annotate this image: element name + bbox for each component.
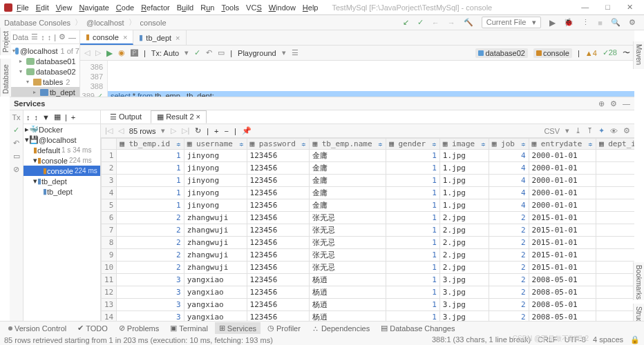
- menu-help[interactable]: Help: [303, 3, 319, 12]
- table-row[interactable]: 133yangxiao123456杨逍13.jpg22008-05-012202…: [102, 299, 635, 311]
- svc-tbdept-sub[interactable]: ▮ tb_dept: [23, 186, 100, 197]
- ide-settings-icon[interactable]: ⚙: [629, 18, 636, 27]
- menu-file[interactable]: FFileile: [17, 3, 29, 12]
- tree-tb-dept[interactable]: ▸tb_dept: [10, 87, 79, 97]
- view-icon[interactable]: ✦: [598, 126, 605, 135]
- minimize-icon[interactable]: —: [581, 3, 589, 12]
- table-row[interactable]: 62zhangwuji123456张无忌12.jpg22015-01-01220…: [102, 212, 635, 224]
- table-row[interactable]: 123yangxiao123456杨逍13.jpg22008-05-012202…: [102, 286, 635, 299]
- hide-icon[interactable]: —: [68, 33, 76, 41]
- forward-icon[interactable]: →: [448, 19, 455, 27]
- tx-icon[interactable]: Tx: [12, 113, 20, 121]
- tree-tables[interactable]: ▾tables2: [10, 77, 79, 87]
- expand-icon[interactable]: ↕: [26, 113, 30, 121]
- last-icon[interactable]: ▷|: [182, 126, 189, 135]
- import-icon[interactable]: ⤒: [587, 126, 593, 135]
- export-icon[interactable]: ⤓: [575, 126, 581, 135]
- bottom-dependencies[interactable]: ⛬ Dependencies: [307, 323, 374, 334]
- table-row[interactable]: 11jinyong123456金庸11.jpg42000-01-0122024-…: [102, 150, 635, 162]
- breadcrumb-a[interactable]: Database Consoles: [4, 19, 70, 27]
- maximize-icon[interactable]: □: [605, 3, 610, 12]
- table-row[interactable]: 51jinyong123456金庸11.jpg42000-01-0122024-…: [102, 199, 635, 212]
- warnings-badge[interactable]: ▲4: [585, 49, 597, 57]
- stop-icon[interactable]: ■: [598, 19, 603, 27]
- pin-icon[interactable]: 📌: [242, 126, 252, 135]
- run-icon[interactable]: ▶: [549, 18, 556, 28]
- svc-console-run[interactable]: ▮ console224 ms: [23, 166, 100, 176]
- rollback-icon[interactable]: ↶: [206, 48, 212, 57]
- search-icon[interactable]: 🔍: [611, 18, 621, 27]
- prev-icon[interactable]: ◁: [118, 126, 124, 135]
- close-icon[interactable]: ×: [123, 33, 127, 41]
- bottom-terminal[interactable]: ▣ Terminal: [166, 322, 212, 334]
- bottom-services[interactable]: ⊞ Services: [215, 322, 261, 334]
- refresh-icon[interactable]: ↻: [195, 126, 201, 135]
- playground-mode[interactable]: Playground: [238, 49, 276, 57]
- sidebar-tab-project[interactable]: Project: [0, 28, 11, 55]
- menu-vcs[interactable]: VCS: [246, 3, 262, 12]
- run-config-select[interactable]: Current File ▾: [482, 17, 542, 28]
- sidebar-tab-maven[interactable]: Maven: [633, 41, 644, 69]
- add-icon[interactable]: +: [71, 113, 75, 121]
- commit-icon[interactable]: ✓: [194, 48, 200, 57]
- expand-icon[interactable]: ↕: [48, 33, 52, 41]
- table-row[interactable]: 113yangxiao123456杨逍13.jpg22008-05-012202…: [102, 274, 635, 286]
- vcs-update-icon[interactable]: ↙: [403, 18, 409, 27]
- checks-badge[interactable]: ✓28: [603, 48, 617, 57]
- more-icon[interactable]: ⋮: [582, 18, 589, 27]
- eye-icon[interactable]: 👁: [610, 127, 618, 135]
- breadcrumb-c[interactable]: console: [140, 19, 167, 27]
- rollback-icon[interactable]: ↶: [13, 139, 19, 148]
- menu-build[interactable]: Build: [177, 3, 193, 12]
- explain-icon[interactable]: 🅿: [131, 49, 138, 57]
- first-icon[interactable]: |◁: [105, 126, 113, 135]
- filter-icon[interactable]: ▼: [42, 113, 50, 121]
- vcs-commit-icon[interactable]: ✓: [417, 18, 424, 27]
- sidebar-tab-database[interactable]: Database: [0, 59, 11, 97]
- build-icon[interactable]: 🔨: [464, 18, 473, 27]
- table-row[interactable]: 41jinyong123456金庸11.jpg42000-01-0122024-…: [102, 187, 635, 199]
- inspect-icon[interactable]: 〜: [623, 48, 630, 58]
- run-sql-icon[interactable]: ▶: [106, 48, 113, 58]
- cancel-icon[interactable]: ▭: [218, 48, 225, 57]
- svc-default[interactable]: ▮ default1 s 34 ms: [23, 145, 100, 155]
- menu-window[interactable]: Window: [269, 3, 296, 12]
- group-icon[interactable]: ▦: [54, 112, 61, 121]
- svc-tbdept[interactable]: ▾▮ tb_dept: [23, 176, 100, 186]
- menu-navigate[interactable]: Navigate: [79, 3, 108, 12]
- filter-icon[interactable]: ⊕: [598, 99, 605, 108]
- result-grid[interactable]: ▦ tb_emp.id ≑▦ username ≑▦ password ≑▦ t…: [101, 138, 634, 331]
- close-icon[interactable]: ×: [176, 34, 180, 42]
- tab-console[interactable]: ▮console×: [80, 30, 133, 45]
- table-row[interactable]: 72zhangwuji123456张无忌12.jpg22015-01-01220…: [102, 224, 635, 237]
- bottom-vc[interactable]: Version Control: [4, 323, 70, 334]
- add-row-icon[interactable]: +: [214, 127, 218, 135]
- exec-icon[interactable]: ◁: [84, 48, 90, 57]
- gear-icon[interactable]: ⚙: [610, 99, 617, 108]
- gear-icon[interactable]: ⚙: [59, 32, 66, 41]
- output-tab[interactable]: ☰ Output: [104, 110, 148, 124]
- bottom-problems[interactable]: ⊘ Problems: [115, 322, 163, 334]
- menu-view[interactable]: View: [56, 3, 73, 12]
- svc-docker[interactable]: ▸🐳 Docker: [23, 124, 100, 135]
- hide-icon[interactable]: —: [623, 99, 630, 108]
- cancel-icon[interactable]: ▭: [13, 152, 20, 161]
- svc-console[interactable]: ▾▮ console224 ms: [23, 155, 100, 166]
- bottom-todo[interactable]: ✔ TODO: [73, 322, 112, 334]
- sort-icon[interactable]: ↕: [41, 33, 45, 41]
- filter-icon[interactable]: ☰: [31, 32, 38, 41]
- remove-row-icon[interactable]: −: [225, 127, 229, 135]
- table-row[interactable]: 102zhangwuji123456张无忌12.jpg22015-01-0122…: [102, 262, 635, 274]
- table-row[interactable]: 82zhangwuji123456张无忌12.jpg22015-01-01220…: [102, 237, 635, 249]
- breadcrumb-b[interactable]: @localhost: [86, 19, 124, 27]
- csv-btn[interactable]: CSV: [544, 127, 560, 135]
- lock-icon[interactable]: 🔒: [630, 335, 640, 344]
- tree-db1[interactable]: ▸database01: [10, 56, 79, 66]
- menu-run[interactable]: Run: [200, 3, 214, 12]
- debug-icon[interactable]: 🐞: [564, 18, 574, 27]
- table-row[interactable]: 92zhangwuji123456张无忌12.jpg22015-01-01220…: [102, 249, 635, 262]
- run-cursor-icon[interactable]: ◉: [118, 48, 125, 57]
- exec-icon[interactable]: ▷: [95, 48, 101, 57]
- next-icon[interactable]: ▷: [171, 126, 176, 135]
- gear-icon[interactable]: ⚙: [623, 126, 630, 135]
